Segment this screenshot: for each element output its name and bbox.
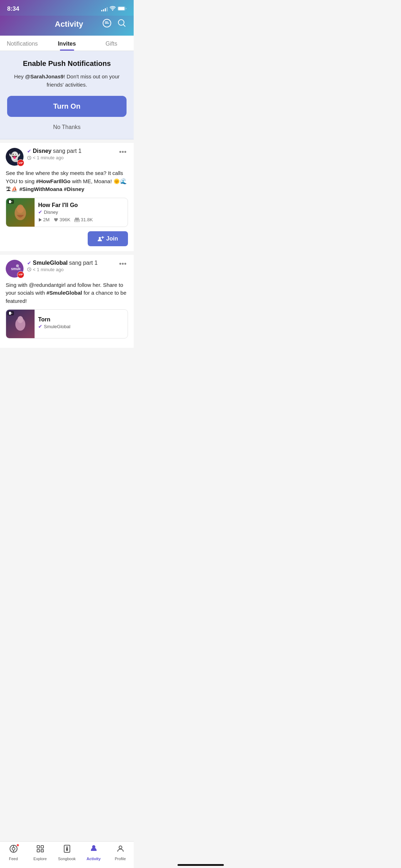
signal-icon: [101, 6, 108, 11]
card-action: sang part 1: [53, 148, 81, 154]
wifi-icon: [110, 6, 115, 12]
smule-more-options-button[interactable]: •••: [118, 260, 128, 268]
song-title: How Far I'll Go: [38, 202, 124, 208]
svg-point-16: [17, 316, 23, 323]
smule-card-user-section: smule VIP ✔ SmuleGlobal sang part 1 < 1: [6, 260, 98, 278]
smule-avatar-wrap: smule VIP: [6, 260, 24, 278]
status-icons: [101, 6, 127, 12]
card-header: 👻 VIP ✔ Disney sang part 1 < 1 minute ag…: [6, 148, 128, 166]
card-username: Disney: [33, 148, 51, 154]
disney-activity-card: 👻 VIP ✔ Disney sang part 1 < 1 minute ag…: [0, 143, 134, 251]
smule-activity-card: smule VIP ✔ SmuleGlobal sang part 1 < 1: [0, 255, 134, 348]
verified-icon: ✔: [27, 148, 31, 154]
torn-thumbnail: [6, 310, 35, 338]
torn-song-title: Torn: [38, 316, 124, 323]
tab-invites[interactable]: Invites: [45, 36, 89, 51]
vip-badge: VIP: [17, 159, 24, 166]
status-bar: 8:34: [0, 0, 134, 16]
smule-timestamp: < 1 minute ago: [27, 267, 98, 272]
turn-on-button[interactable]: Turn On: [7, 96, 127, 117]
page-title: Activity: [36, 20, 102, 29]
chat-icon[interactable]: [102, 19, 112, 30]
svg-point-7: [17, 205, 24, 213]
smule-verified-icon: ✔: [27, 260, 31, 266]
plays-value: 2M: [43, 217, 50, 222]
push-banner-body: Hey @SarahJonas9! Don't miss out on your…: [7, 73, 127, 89]
card-user-info: ✔ Disney sang part 1 < 1 minute ago: [27, 148, 82, 160]
smule-timestamp-text: < 1 minute ago: [33, 267, 63, 272]
video-badge: [7, 200, 14, 204]
smule-action: sang part 1: [69, 260, 98, 266]
tab-notifications[interactable]: Notifications: [0, 36, 45, 51]
likes-value: 396K: [60, 217, 70, 222]
smule-vip-badge: VIP: [17, 271, 24, 278]
smule-username: SmuleGlobal: [33, 260, 68, 266]
card-user-section: 👻 VIP ✔ Disney sang part 1 < 1 minute ag…: [6, 148, 82, 166]
like-count: 396K: [54, 217, 70, 222]
torn-artist-name: SmuleGlobal: [44, 324, 70, 329]
join-label: Join: [106, 236, 118, 242]
svg-rect-14: [9, 312, 11, 315]
status-time: 8:34: [7, 5, 19, 12]
song-card: How Far I'll Go ✔ Disney 2M 396K: [6, 198, 128, 227]
svg-point-12: [16, 264, 19, 267]
search-icon[interactable]: [117, 19, 127, 30]
torn-song-card: Torn ✔ SmuleGlobal: [6, 309, 128, 339]
tabs: Notifications Invites Gifts: [0, 36, 134, 51]
push-banner-username: @SarahJonas9: [25, 73, 63, 79]
gift-count: 31.8K: [74, 217, 93, 222]
no-thanks-button[interactable]: No Thanks: [7, 123, 127, 132]
song-thumbnail: [6, 198, 35, 227]
join-btn-wrap: Join: [6, 231, 128, 246]
battery-icon: [118, 6, 127, 12]
torn-song-artist: ✔ SmuleGlobal: [38, 324, 124, 329]
song-artist: ✔ Disney: [38, 209, 124, 215]
header-icons: [102, 19, 127, 30]
tab-gifts[interactable]: Gifts: [89, 36, 134, 51]
push-banner-title: Enable Push Notifications: [7, 60, 127, 68]
svg-point-9: [99, 237, 101, 239]
join-button[interactable]: Join: [88, 231, 128, 246]
timestamp-text: < 1 minute ago: [33, 155, 63, 160]
push-notification-banner: Enable Push Notifications Hey @SarahJona…: [0, 51, 134, 139]
song-artist-name: Disney: [44, 210, 58, 215]
song-stats: 2M 396K 31.8K: [38, 217, 124, 222]
gifts-value: 31.8K: [81, 217, 93, 222]
card-body-text: See the line where the sky meets the sea…: [6, 169, 128, 193]
card-user-line: ✔ Disney sang part 1: [27, 148, 82, 154]
play-count: 2M: [38, 217, 50, 222]
smule-card-body-text: Sing with @redundantgirl and follow her.…: [6, 281, 128, 305]
smule-card-user-info: ✔ SmuleGlobal sang part 1 < 1 minute ago: [27, 260, 98, 272]
svg-rect-5: [9, 200, 11, 203]
smule-card-user-line: ✔ SmuleGlobal sang part 1: [27, 260, 98, 266]
header: Activity: [0, 16, 134, 36]
avatar-wrap: 👻 VIP: [6, 148, 24, 166]
push-banner-prefix: Hey: [14, 73, 25, 79]
more-options-button[interactable]: •••: [118, 148, 128, 156]
smule-card-header: smule VIP ✔ SmuleGlobal sang part 1 < 1: [6, 260, 128, 278]
svg-text:smule: smule: [11, 267, 20, 271]
song-info: How Far I'll Go ✔ Disney 2M 396K: [35, 199, 128, 225]
song-verified-icon: ✔: [38, 209, 42, 215]
torn-verified-icon: ✔: [38, 324, 42, 329]
card-timestamp: < 1 minute ago: [27, 155, 82, 160]
svg-rect-1: [118, 7, 125, 10]
torn-song-info: Torn ✔ SmuleGlobal: [35, 314, 128, 334]
